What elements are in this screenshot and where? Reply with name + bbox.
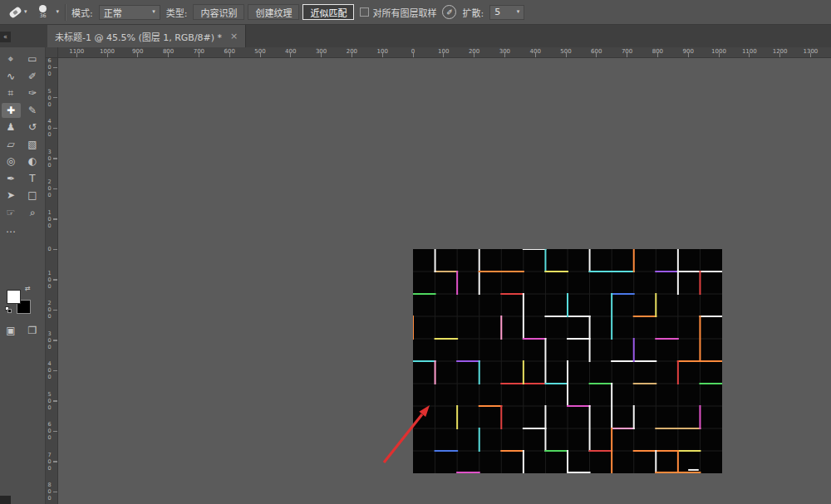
chevron-down-icon: ▾ (152, 9, 155, 15)
marquee-tool[interactable]: ▭ (23, 51, 42, 66)
history-brush-tool[interactable]: ↺ (23, 120, 42, 135)
color-swatches: ⇄ (7, 286, 37, 318)
quick-mask-button[interactable]: ▣ (2, 323, 21, 338)
path-selection-tool[interactable]: ➤ (2, 188, 21, 203)
type-button[interactable]: 创建纹理 (248, 4, 299, 20)
shape-tool[interactable]: □ (23, 188, 42, 203)
mode-select[interactable]: 正常 ▾ (99, 5, 160, 20)
tool-grid: ⌖▭∿✐⌗✑✚✎♟↺▱▧◎◐✒T➤□☞⌕… (0, 47, 45, 238)
foreground-color-swatch[interactable] (7, 290, 21, 304)
document-image[interactable] (413, 249, 722, 473)
spot-healing-brush-tool[interactable]: ✚ (2, 103, 21, 118)
brush-tool[interactable]: ✎ (23, 103, 42, 118)
pen-pressure-icon: ✐ (446, 8, 453, 17)
quick-selection-tool[interactable]: ✐ (23, 69, 42, 84)
divider (65, 4, 66, 21)
sample-all-layers-option[interactable]: 对所有图层取样 (360, 6, 436, 19)
zoom-tool[interactable]: ⌕ (23, 205, 42, 220)
swap-colors-icon[interactable]: ⇄ (25, 285, 31, 292)
pen-pressure-toggle[interactable]: ✐ (442, 5, 456, 19)
options-bar: ▾ 36 ▾ 模式: 正常 ▾ 类型: 内容识别创建纹理近似匹配 对所有图层取样… (0, 0, 831, 25)
document-tab-title: 未标题-1 @ 45.5% (图层 1, RGB/8#) * (55, 30, 222, 43)
panel-bottom-icons: ▣ ❐ (0, 323, 46, 338)
eyedropper-tool[interactable]: ✑ (23, 86, 42, 100)
collapse-panels-button[interactable]: « (0, 32, 11, 42)
edit-toolbar-button[interactable]: … (2, 222, 21, 237)
hand-tool[interactable]: ☞ (2, 205, 21, 220)
type-tool[interactable]: T (23, 171, 42, 186)
smudge-tool[interactable]: ◎ (2, 154, 21, 169)
lasso-tool[interactable]: ∿ (2, 69, 21, 84)
mode-label: 模式: (71, 6, 93, 19)
type-button[interactable]: 近似匹配 (302, 4, 354, 20)
move-tool[interactable]: ⌖ (2, 51, 21, 66)
ruler-horizontal: 1100100090080070060050040030020010001002… (46, 47, 831, 58)
chevron-down-icon: ▾ (517, 9, 520, 15)
document-tab-bar: « 未标题-1 @ 45.5% (图层 1, RGB/8#) * × (0, 25, 831, 47)
eraser-tool[interactable]: ▱ (2, 137, 21, 152)
screen-mode-button[interactable]: ❐ (23, 323, 42, 338)
clone-stamp-tool[interactable]: ♟ (2, 120, 21, 135)
brush-size-value: 36 (39, 13, 46, 19)
type-button[interactable]: 内容识别 (193, 4, 244, 20)
dodge-tool[interactable]: ◐ (23, 154, 42, 169)
canvas-pasteboard[interactable] (58, 58, 831, 504)
sample-all-layers-label: 对所有图层取样 (372, 6, 436, 19)
panel-corner-block (0, 496, 11, 504)
type-label: 类型: (166, 6, 188, 19)
diffusion-label: 扩散: (462, 6, 484, 19)
chevron-down-icon: ▾ (24, 9, 27, 15)
crop-tool[interactable]: ⌗ (2, 86, 21, 100)
close-tab-icon[interactable]: × (230, 31, 238, 42)
sample-all-layers-checkbox[interactable] (360, 7, 369, 17)
type-button-group: 内容识别创建纹理近似匹配 (193, 4, 354, 20)
pen-tool[interactable]: ✒ (2, 171, 21, 186)
tool-preset-picker[interactable]: ▾ (7, 7, 30, 17)
spot-healing-brush-icon (8, 6, 22, 19)
ruler-origin-corner[interactable] (46, 47, 58, 58)
diffusion-select[interactable]: 5 ▾ (489, 5, 524, 20)
gradient-tool[interactable]: ▧ (23, 137, 42, 152)
default-colors-button[interactable] (5, 306, 13, 315)
mode-value: 正常 (104, 6, 122, 19)
brush-tip-icon (39, 5, 47, 12)
tools-panel: ⌖▭∿✐⌗✑✚✎♟↺▱▧◎◐✒T➤□☞⌕… ⇄ ▣ ❐ (0, 47, 46, 504)
brush-preset-picker[interactable]: 36 (36, 5, 51, 19)
document-tab[interactable]: 未标题-1 @ 45.5% (图层 1, RGB/8#) * × (47, 25, 246, 47)
chevron-down-icon: ▾ (57, 9, 60, 15)
diffusion-value: 5 (494, 7, 500, 17)
ruler-vertical: 6005004003002001000100200300400500600700… (46, 58, 58, 504)
